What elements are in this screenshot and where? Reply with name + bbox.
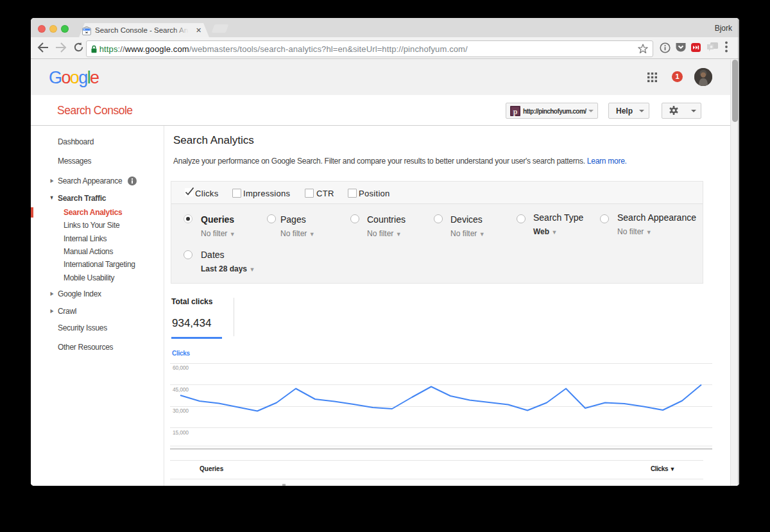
svg-text:45,000: 45,000 xyxy=(173,386,189,393)
svg-text:30,000: 30,000 xyxy=(173,408,189,414)
svg-text:60,000: 60,000 xyxy=(173,365,189,371)
svg-text:p: p xyxy=(513,107,518,116)
svg-text:15,000: 15,000 xyxy=(173,429,189,436)
